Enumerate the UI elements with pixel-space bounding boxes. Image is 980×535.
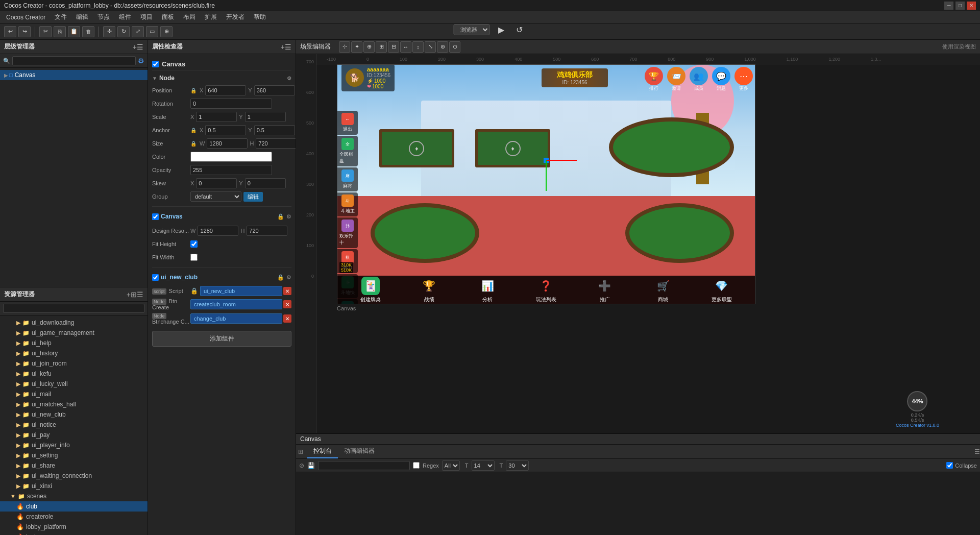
assets-layout-btn[interactable]: ⊞ [131, 290, 137, 299]
refresh-button[interactable]: ↺ [512, 23, 527, 36]
toolbar-scale[interactable]: ⤢ [132, 26, 144, 37]
menu-panel[interactable]: 面板 [158, 12, 178, 22]
rotation-input[interactable] [190, 99, 272, 109]
menu-component[interactable]: 组件 [115, 12, 135, 22]
menu-cocos-creator[interactable]: Cocos Creator [2, 13, 50, 22]
toolbar-anchor[interactable]: ⊕ [160, 26, 173, 37]
toolbar-delete[interactable]: 🗑 [82, 26, 94, 37]
asset-ui-xinxi[interactable]: ▶ 📁 ui_xinxi [0, 481, 148, 491]
add-component-button[interactable]: 添加组件 [152, 331, 291, 347]
nav-more-league[interactable]: 💎 更多联盟 [704, 277, 740, 303]
assets-menu-btn[interactable]: ☰ [137, 290, 143, 299]
hierarchy-search-input[interactable] [12, 56, 136, 65]
tree-item-canvas[interactable]: ▶ □ Canvas [0, 70, 148, 80]
tab-animation[interactable]: 动画编辑器 [338, 445, 381, 458]
btn-create-remove-btn[interactable]: ✕ [283, 300, 291, 308]
skew-y-input[interactable] [245, 178, 286, 188]
console-clear-btn[interactable]: ⊘ [299, 462, 304, 469]
menu-project[interactable]: 项目 [136, 12, 157, 22]
nav-shop[interactable]: 🛒 商城 [645, 277, 681, 303]
properties-add-btn[interactable]: + [281, 43, 285, 51]
nav-gamelist[interactable]: ❓ 玩法列表 [528, 277, 564, 303]
toolbar-rotate[interactable]: ↻ [117, 26, 130, 37]
more-icon-btn[interactable]: ⋯ 更多 [734, 67, 753, 92]
asset-ui-join-room[interactable]: ▶ 📁 ui_join_room [0, 358, 148, 369]
scene-btn-2[interactable]: ✦ [351, 41, 362, 53]
asset-club-scene[interactable]: 🔥 club [0, 501, 148, 512]
position-x-input[interactable]: 640 [205, 85, 246, 95]
hierarchy-menu-btn[interactable]: ☰ [137, 43, 143, 51]
asset-ui-history[interactable]: ▶ 📁 ui_history [0, 348, 148, 358]
btn-create-value[interactable]: createclub_room [190, 299, 282, 309]
ui-new-club-checkbox[interactable] [152, 274, 159, 281]
side-nav-board[interactable]: 全 全民棋盘 [337, 136, 358, 166]
scene-btn-4[interactable]: ⊞ [376, 41, 387, 53]
asset-ui-kefu[interactable]: ▶ 📁 ui_kefu [0, 369, 148, 379]
toolbar-move[interactable]: ✛ [103, 26, 115, 37]
menu-help[interactable]: 帮助 [250, 12, 270, 22]
btn-change-remove-btn[interactable]: ✕ [283, 314, 291, 323]
assets-add-btn[interactable]: + [127, 290, 131, 299]
canvas-active-checkbox[interactable] [152, 61, 159, 67]
menu-file[interactable]: 文件 [51, 12, 71, 22]
assets-search-input[interactable] [3, 304, 144, 313]
menu-edit[interactable]: 编辑 [72, 12, 92, 22]
nav-create-table[interactable]: 🃏 创建牌桌 [353, 277, 388, 303]
design-h-input[interactable] [247, 226, 287, 236]
scene-btn-1[interactable]: ⊹ [339, 41, 350, 53]
tab-console[interactable]: 控制台 [307, 445, 338, 458]
menu-node[interactable]: 节点 [93, 12, 114, 22]
ui-new-club-lock-icon[interactable]: 🔒 [277, 274, 284, 281]
skew-x-input[interactable] [196, 178, 237, 188]
asset-ui-notice[interactable]: ▶ 📁 ui_notice [0, 420, 148, 430]
group-select[interactable]: default [190, 191, 241, 202]
scene-viewport[interactable]: 700 600 500 400 300 200 100 0 -100 0 100 [296, 54, 980, 433]
scene-btn-8[interactable]: ⤡ [425, 41, 436, 53]
menu-extend[interactable]: 扩展 [201, 12, 221, 22]
node-toggle[interactable]: ▼ [152, 76, 157, 81]
canvas-lock-icon[interactable]: 🔒 [277, 213, 284, 220]
asset-ui-matches-hall[interactable]: ▶ 📁 ui_matches_hall [0, 399, 148, 409]
asset-ui-setting[interactable]: ▶ 📁 ui_setting [0, 450, 148, 460]
toolbar-copy[interactable]: ⎘ [54, 26, 66, 37]
anchor-x-input[interactable] [205, 125, 246, 135]
asset-lobby-scene[interactable]: 🔥 lobby_platform [0, 522, 148, 532]
script-remove-btn[interactable]: ✕ [283, 287, 291, 295]
asset-ui-help[interactable]: ▶ 📁 ui_help [0, 338, 148, 348]
scene-btn-10[interactable]: ⊙ [449, 41, 460, 53]
side-nav-mahjong[interactable]: 麻 麻将 [337, 167, 358, 191]
asset-ui-player-info[interactable]: ▶ 📁 ui_player_info [0, 440, 148, 450]
hierarchy-add-btn[interactable]: + [133, 43, 137, 51]
toolbar-cut[interactable]: ✂ [39, 26, 52, 37]
properties-menu-btn[interactable]: ☰ [285, 43, 291, 51]
invite-icon-btn[interactable]: 📨 邀请 [667, 67, 685, 92]
close-button[interactable]: ✕ [967, 2, 976, 10]
node-settings-icon[interactable]: ⚙ [287, 76, 291, 81]
position-y-input[interactable]: 360 [254, 85, 295, 95]
collapse-checkbox[interactable] [946, 462, 953, 469]
asset-login-scene[interactable]: 🔥 login [0, 532, 148, 535]
toolbar-paste[interactable]: 📋 [68, 26, 80, 37]
toolbar-undo[interactable]: ↩ [4, 26, 16, 37]
game-canvas-area[interactable]: ♦ ♦ ← [337, 64, 755, 304]
browser-select[interactable]: 浏览器 [454, 24, 490, 35]
asset-ui-share[interactable]: ▶ 📁 ui_share [0, 460, 148, 471]
asset-createrole-scene[interactable]: 🔥 createrole [0, 512, 148, 522]
menu-developer[interactable]: 开发者 [222, 12, 249, 22]
canvas-component-checkbox[interactable] [152, 213, 159, 220]
nav-analysis[interactable]: 📊 分析 [470, 277, 505, 303]
design-w-input[interactable] [198, 226, 238, 236]
scene-btn-3[interactable]: ⊕ [363, 41, 375, 53]
maximize-button[interactable]: □ [955, 2, 965, 10]
nav-promote[interactable]: ➕ 推广 [587, 277, 623, 303]
scene-btn-5[interactable]: ⊟ [388, 41, 399, 53]
fit-width-checkbox[interactable] [190, 254, 198, 261]
scene-btn-7[interactable]: ↕ [412, 41, 424, 53]
anchor-y-input[interactable] [254, 125, 295, 135]
line-height-select[interactable]: 30 [506, 460, 529, 471]
ranking-icon-btn[interactable]: 🏆 排行 [645, 67, 663, 92]
side-nav-dizhu[interactable]: 斗 斗地主 [337, 192, 358, 216]
menu-layout[interactable]: 布局 [179, 12, 200, 22]
asset-ui-lucky-well[interactable]: ▶ 📁 ui_lucky_well [0, 379, 148, 389]
opacity-input[interactable] [190, 165, 272, 175]
